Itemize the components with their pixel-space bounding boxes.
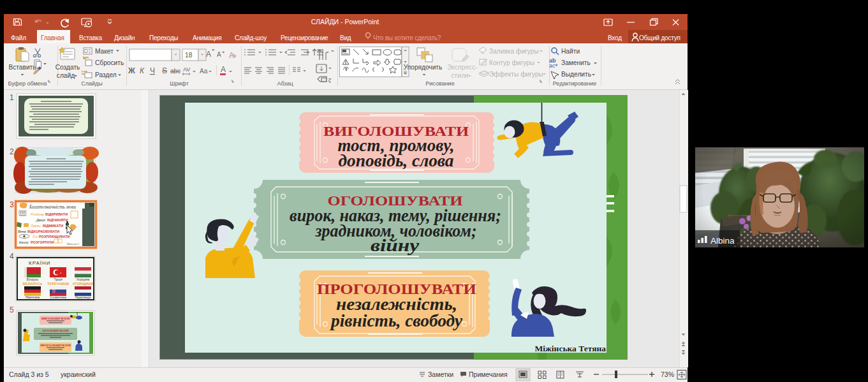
svg-text:ас: ас — [549, 62, 555, 69]
svg-text:Книгу: Книгу — [19, 240, 29, 244]
svg-text:Albina: Albina — [710, 236, 735, 246]
svg-text:Буфер обмена: Буфер обмена — [8, 80, 47, 87]
svg-text:ВІДМИКАТИ: ВІДМИКАТИ — [43, 224, 63, 228]
svg-text:A: A — [206, 50, 211, 59]
svg-text:ОГОЛОШУВАТИ: ОГОЛОШУВАТИ — [43, 329, 69, 332]
svg-text:Двері: Двері — [36, 218, 46, 222]
svg-text:Замки: Замки — [31, 224, 41, 228]
svg-text:Рисование: Рисование — [425, 80, 454, 87]
svg-text:Заливка фигуры: Заливка фигуры — [489, 48, 539, 55]
svg-text:Шрифт: Шрифт — [170, 80, 189, 87]
svg-text:Сбросить: Сбросить — [95, 59, 124, 66]
svg-text:Абзац: Абзац — [277, 80, 293, 87]
svg-text:Вена: Вена — [18, 230, 26, 233]
svg-text:AV: AV — [183, 66, 190, 73]
svg-text:К: К — [140, 66, 145, 75]
svg-text:війну: війну — [371, 235, 420, 255]
svg-text:СЛАЙДИ - PowerPoint: СЛАЙДИ - PowerPoint — [311, 18, 379, 26]
svg-text:ВІДКОРКОВУВАТИ: ВІДКОРКОВУВАТИ — [27, 230, 59, 233]
svg-text:ТУРЕЧЧИНИ: ТУРЕЧЧИНИ — [47, 282, 69, 286]
svg-text:украинский: украинский — [61, 371, 96, 378]
svg-text:18: 18 — [185, 52, 193, 59]
svg-text:Раздел: Раздел — [95, 71, 117, 78]
svg-text:Багатозначність мови: Багатозначність мови — [29, 204, 76, 210]
svg-text:Создать: Создать — [55, 64, 80, 71]
svg-text:доповідь, слова: доповідь, слова — [339, 151, 454, 170]
svg-text:Заменить: Заменить — [561, 59, 591, 66]
svg-text:Редактирование: Редактирование — [553, 80, 597, 87]
svg-text:abc: abc — [170, 68, 180, 75]
svg-text:стили: стили — [451, 72, 468, 79]
svg-text:73%: 73% — [661, 371, 674, 378]
svg-text:Упорядочить: Упорядочить — [404, 64, 443, 71]
svg-text:БЕЛАРУСЬ: БЕЛАРУСЬ — [23, 282, 42, 286]
svg-text:Найти: Найти — [561, 48, 580, 55]
svg-text:Ж: Ж — [128, 66, 135, 75]
svg-text:РОЗГОРТАТИ: РОЗГОРТАТИ — [31, 240, 54, 244]
svg-text:Розмову: Розмову — [31, 212, 45, 216]
svg-text:ВИГОЛОШУВАТИ: ВИГОЛОШУВАТИ — [41, 317, 70, 320]
svg-text:4: 4 — [10, 252, 14, 261]
svg-text:Міжінська Тетяна: Міжінська Тетяна — [535, 344, 607, 353]
svg-text:Заметки: Заметки — [428, 371, 453, 378]
svg-text:3: 3 — [10, 200, 14, 209]
svg-text:Контур фигуры: Контур фигуры — [489, 59, 534, 66]
svg-text:Турція: Турція — [54, 278, 63, 281]
svg-text:A: A — [221, 65, 226, 74]
svg-text:ВІДКРИВАТИ: ВІДКРИВАТИ — [45, 212, 68, 216]
svg-text:Слайд 3 из 5: Слайд 3 из 5 — [9, 371, 49, 378]
svg-text:S: S — [162, 66, 167, 75]
svg-text:5: 5 — [10, 305, 14, 314]
svg-text:A: A — [217, 51, 221, 58]
svg-text:РОЗПЛЮЩУВАТИ: РОЗПЛЮЩУВАТИ — [39, 235, 70, 239]
svg-text:Словаччина: Словаччина — [50, 296, 66, 299]
svg-text:1: 1 — [10, 93, 14, 102]
svg-text:Угорщина: Угорщина — [77, 278, 90, 281]
svg-text:Нідерланди: Нідерланди — [75, 296, 91, 299]
svg-text:Слайды: Слайды — [81, 80, 103, 87]
svg-text:ВІДЧИНЯТИ: ВІДЧИНЯТИ — [47, 218, 68, 222]
svg-text:КРАЇНИ: КРАЇНИ — [29, 260, 51, 266]
svg-text:Ч: Ч — [150, 66, 155, 75]
svg-text:Очі: Очі — [33, 235, 38, 239]
svg-text:Білорусь: Білорусь — [27, 278, 39, 281]
svg-text:Макет: Макет — [95, 48, 114, 55]
svg-text:Вставить: Вставить — [8, 64, 36, 71]
svg-text:Міжінська Т.: Міжінська Т. — [67, 243, 80, 246]
svg-text:Примечания: Примечания — [469, 371, 508, 378]
svg-text:ПРОГОЛОШУВАТИ: ПРОГОЛОШУВАТИ — [40, 344, 71, 347]
svg-text:2: 2 — [10, 147, 14, 156]
svg-text:Экспресс-: Экспресс- — [447, 64, 477, 71]
svg-text:Німеччина: Німеччина — [26, 296, 40, 299]
svg-text:Выделить: Выделить — [561, 71, 591, 78]
svg-text:слайд: слайд — [57, 72, 75, 79]
svg-text:УГОРЩИНИ: УГОРЩИНИ — [73, 282, 93, 286]
svg-text:Эффекты фигуры: Эффекты фигуры — [489, 71, 543, 78]
svg-text:рівність, свободу: рівність, свободу — [330, 311, 463, 330]
svg-text:Aa: Aa — [200, 68, 208, 75]
